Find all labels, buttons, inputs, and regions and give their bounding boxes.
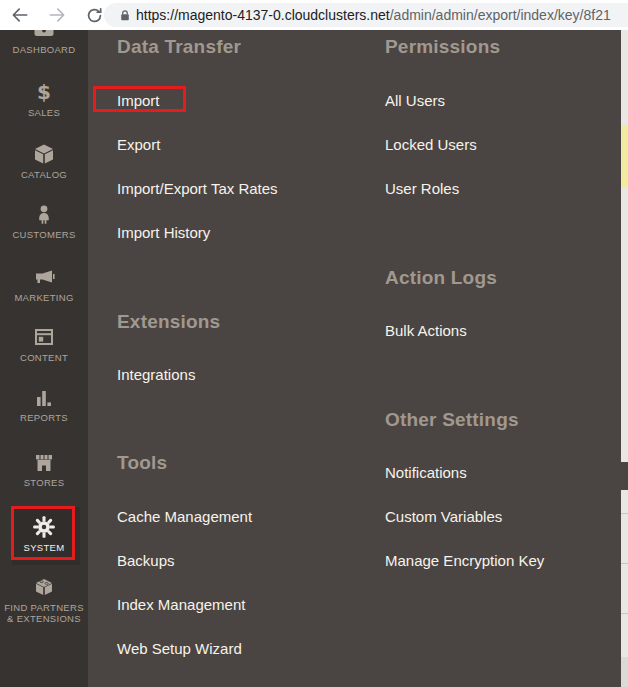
menu-item-backups[interactable]: Backups: [117, 551, 175, 571]
sidebar-item-sales[interactable]: $ SALES: [0, 80, 88, 118]
back-icon: [10, 5, 30, 25]
address-bar[interactable]: https://magento-4137-0.cloudclusters.net…: [104, 3, 628, 27]
menu-item-bulk-actions[interactable]: Bulk Actions: [385, 321, 467, 341]
sidebar-label: CONTENT: [0, 352, 88, 363]
sidebar-item-dashboard[interactable]: DASHBOARD: [0, 30, 88, 55]
reload-icon: [85, 6, 104, 25]
menu-item-all-users[interactable]: All Users: [385, 91, 445, 111]
system-menu-flyout: Data Transfer Import Export Import/Expor…: [88, 30, 621, 687]
screen: https://magento-4137-0.cloudclusters.net…: [0, 0, 628, 687]
sidebar-item-reports[interactable]: REPORTS: [0, 385, 88, 423]
dashboard-icon: [0, 30, 88, 41]
sidebar-label: FIND PARTNERS & EXTENSIONS: [0, 602, 88, 624]
megaphone-icon: [0, 265, 88, 289]
sidebar: DASHBOARD $ SALES CATALOG CUSTOMERS: [0, 30, 88, 687]
forward-icon: [47, 5, 67, 25]
sidebar-label: SYSTEM: [0, 542, 88, 553]
sidebar-label: MARKETING: [0, 292, 88, 303]
menu-item-notifications[interactable]: Notifications: [385, 463, 467, 483]
back-button[interactable]: [8, 3, 32, 27]
sidebar-item-find-partners[interactable]: FIND PARTNERS & EXTENSIONS: [0, 575, 88, 624]
menu-section-tools: Tools: [117, 450, 167, 476]
sidebar-label: CATALOG: [0, 169, 88, 180]
bar-chart-icon: [0, 385, 88, 409]
sidebar-item-stores[interactable]: STORES: [0, 450, 88, 488]
reload-button[interactable]: [82, 3, 106, 27]
menu-section-other-settings: Other Settings: [385, 407, 519, 433]
lock-icon: [118, 8, 132, 23]
menu-item-cache-management[interactable]: Cache Management: [117, 507, 252, 527]
menu-item-integrations[interactable]: Integrations: [117, 365, 195, 385]
menu-section-permissions: Permissions: [385, 34, 500, 60]
sidebar-label: REPORTS: [0, 412, 88, 423]
menu-item-locked-users[interactable]: Locked Users: [385, 135, 477, 155]
sidebar-item-marketing[interactable]: MARKETING: [0, 265, 88, 303]
sidebar-item-system[interactable]: SYSTEM: [0, 515, 88, 553]
url-domain: https://magento-4137-0.cloudclusters.net: [136, 7, 390, 23]
menu-item-import[interactable]: Import: [117, 91, 160, 111]
page-edge-divider: [621, 563, 628, 564]
sidebar-label: STORES: [0, 477, 88, 488]
sidebar-item-customers[interactable]: CUSTOMERS: [0, 202, 88, 240]
person-icon: [0, 202, 88, 226]
forward-button[interactable]: [45, 3, 69, 27]
url-text: https://magento-4137-0.cloudclusters.net…: [136, 7, 611, 23]
sidebar-label: CUSTOMERS: [0, 229, 88, 240]
page-edge: [621, 30, 628, 687]
menu-item-manage-encryption-key[interactable]: Manage Encryption Key: [385, 551, 544, 571]
sidebar-label: DASHBOARD: [0, 44, 88, 55]
admin-shell: DASHBOARD $ SALES CATALOG CUSTOMERS: [0, 30, 628, 687]
menu-item-import-export-tax-rates[interactable]: Import/Export Tax Rates: [117, 179, 278, 199]
menu-section-action-logs: Action Logs: [385, 265, 497, 291]
browser-toolbar: https://magento-4137-0.cloudclusters.net…: [0, 0, 628, 30]
menu-item-import-history[interactable]: Import History: [117, 223, 210, 243]
menu-item-export[interactable]: Export: [117, 135, 160, 155]
gear-icon: [0, 515, 88, 539]
dollar-icon: $: [0, 80, 88, 104]
menu-item-custom-variables[interactable]: Custom Variables: [385, 507, 502, 527]
page-edge-dark-block: [621, 462, 628, 490]
sidebar-item-content[interactable]: CONTENT: [0, 325, 88, 363]
brick-icon: [0, 575, 88, 599]
url-path: /admin/admin/export/index/key/8f21: [390, 7, 611, 23]
menu-section-data-transfer: Data Transfer: [117, 34, 241, 60]
layout-icon: [0, 325, 88, 349]
page-edge-yellow-block: [621, 125, 628, 188]
menu-section-extensions: Extensions: [117, 309, 220, 335]
page-edge-footer-block: [621, 657, 628, 687]
svg-text:$: $: [37, 80, 51, 104]
sidebar-item-catalog[interactable]: CATALOG: [0, 142, 88, 180]
menu-item-user-roles[interactable]: User Roles: [385, 179, 459, 199]
page-edge-divider: [621, 613, 628, 614]
storefront-icon: [0, 450, 88, 474]
menu-item-web-setup-wizard[interactable]: Web Setup Wizard: [117, 639, 242, 659]
menu-item-index-management[interactable]: Index Management: [117, 595, 245, 615]
page-edge-divider: [621, 513, 628, 514]
sidebar-label: SALES: [0, 107, 88, 118]
box-icon: [0, 142, 88, 166]
